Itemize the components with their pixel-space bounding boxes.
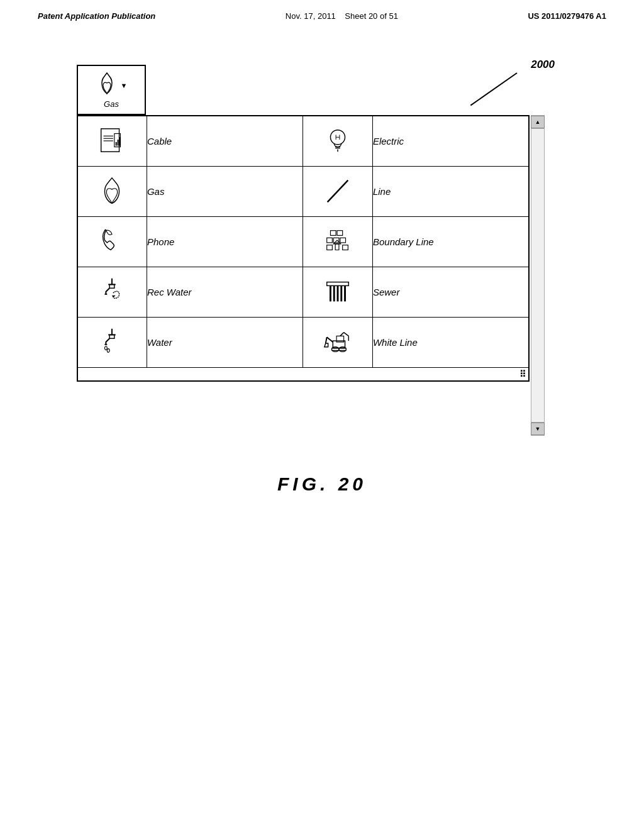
svg-rect-0 bbox=[101, 129, 119, 152]
boundary-icon-cell bbox=[303, 216, 372, 267]
svg-point-40 bbox=[108, 349, 110, 353]
svg-rect-2 bbox=[116, 142, 117, 146]
line-label: Line bbox=[372, 166, 529, 216]
svg-rect-24 bbox=[343, 245, 348, 250]
white-line-icon-cell bbox=[303, 317, 372, 367]
ref-number-area: 2000 bbox=[531, 58, 555, 71]
gas-flame-icon2 bbox=[78, 167, 147, 216]
icon-grid: Cable bbox=[77, 115, 530, 382]
date-label: Nov. 17, 2011 Sheet 20 of 51 bbox=[286, 11, 398, 21]
rec-water-label: Rec Water bbox=[147, 267, 303, 317]
svg-rect-21 bbox=[327, 245, 333, 250]
phone-icon-cell bbox=[77, 216, 147, 267]
svg-rect-4 bbox=[119, 137, 121, 145]
line-icon-cell bbox=[303, 166, 372, 216]
sewer-icon bbox=[303, 267, 372, 317]
dots-indicator: ⠿ bbox=[519, 369, 526, 379]
page-header: Patent Application Publication Nov. 17, … bbox=[0, 0, 644, 27]
diagonal-line-icon bbox=[303, 167, 372, 216]
rec-water-icon-cell bbox=[77, 267, 147, 317]
water-icon-cell bbox=[77, 317, 147, 367]
table-row: Phone bbox=[77, 216, 529, 267]
bottom-row: ⠿ bbox=[77, 367, 529, 381]
main-content: 2000 ▼ Gas bbox=[0, 27, 644, 495]
phone-icon bbox=[78, 217, 147, 267]
svg-rect-17 bbox=[337, 231, 343, 236]
bottom-dots-cell: ⠿ bbox=[77, 367, 529, 381]
top-selector[interactable]: ▼ Gas bbox=[77, 65, 146, 115]
selector-label: Gas bbox=[104, 99, 119, 109]
cable-label: Cable bbox=[147, 116, 303, 166]
rec-water-icon bbox=[78, 267, 147, 317]
svg-rect-19 bbox=[333, 238, 339, 243]
boundary-line-icon bbox=[303, 217, 372, 267]
scrollbar[interactable]: ▲ ▼ bbox=[531, 115, 545, 436]
phone-label: Phone bbox=[147, 216, 303, 267]
grid-wrapper: Cable bbox=[77, 115, 567, 436]
svg-line-15 bbox=[328, 180, 348, 202]
svg-point-46 bbox=[339, 347, 347, 352]
table-row: Cable bbox=[77, 116, 529, 166]
gas-flame-icon bbox=[96, 72, 118, 99]
electric-icon-cell bbox=[303, 116, 372, 166]
svg-line-50 bbox=[344, 333, 349, 336]
diagram-container: 2000 ▼ Gas bbox=[77, 65, 567, 436]
sewer-icon-cell bbox=[303, 267, 372, 317]
svg-point-45 bbox=[332, 347, 340, 352]
table-row: Rec Water bbox=[77, 267, 529, 317]
publication-label: Patent Application Publication bbox=[38, 11, 155, 21]
reference-number: 2000 bbox=[531, 58, 555, 70]
sewer-label: Sewer bbox=[372, 267, 529, 317]
water-label: Water bbox=[147, 317, 303, 367]
electric-icon bbox=[303, 116, 372, 166]
boundary-label: Boundary Line bbox=[372, 216, 529, 267]
scroll-up-button[interactable]: ▲ bbox=[531, 116, 545, 128]
table-row: Water bbox=[77, 317, 529, 367]
svg-line-44 bbox=[326, 337, 327, 343]
svg-rect-3 bbox=[118, 140, 119, 146]
figure-caption: FIG. 20 bbox=[277, 473, 367, 495]
svg-rect-16 bbox=[331, 231, 336, 236]
selector-icon-row: ▼ bbox=[96, 72, 128, 99]
patent-number: US 2011/0279476 A1 bbox=[528, 11, 606, 21]
white-line-label: White Line bbox=[372, 317, 529, 367]
svg-line-49 bbox=[340, 333, 344, 336]
excavator-icon bbox=[303, 318, 372, 367]
svg-point-39 bbox=[105, 346, 108, 350]
dropdown-arrow-icon: ▼ bbox=[121, 82, 128, 89]
cable-icon bbox=[78, 116, 147, 166]
svg-rect-18 bbox=[327, 238, 333, 243]
svg-line-43 bbox=[327, 337, 333, 342]
table-row: Gas Line bbox=[77, 166, 529, 216]
svg-marker-22 bbox=[335, 244, 339, 250]
svg-rect-29 bbox=[327, 282, 349, 286]
water-tap-icon bbox=[78, 318, 147, 367]
cable-icon-cell bbox=[77, 116, 147, 166]
electric-label: Electric bbox=[372, 116, 529, 166]
scroll-down-button[interactable]: ▼ bbox=[531, 423, 545, 435]
gas-icon-cell bbox=[77, 166, 147, 216]
svg-marker-23 bbox=[333, 240, 341, 244]
svg-rect-20 bbox=[340, 238, 346, 243]
gas-label: Gas bbox=[147, 166, 303, 216]
scroll-track[interactable] bbox=[531, 128, 544, 423]
